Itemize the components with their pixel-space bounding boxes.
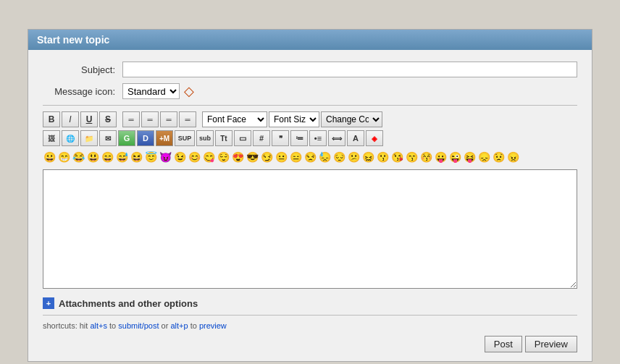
submit-link[interactable]: submit/post [118,321,159,330]
post-button[interactable]: Post [485,336,522,352]
submit-shortcut[interactable]: alt+s [90,321,107,330]
pre-button[interactable]: ⟺ [328,130,345,146]
message-icon-select[interactable]: Standard Arrow Info Question Warning Err… [122,83,180,99]
emoticon-31[interactable]: 😞 [477,151,490,164]
emoticon-33[interactable]: 😠 [506,151,519,164]
emoticon-26[interactable]: 😙 [405,151,418,164]
panel-header: Start new topic [28,30,592,50]
emoticon-4[interactable]: 😃 [86,151,99,164]
table-button[interactable]: ▭ [234,130,251,146]
move-button[interactable]: +M [156,130,173,146]
clear-format-button[interactable]: A [347,130,364,146]
teletype-button[interactable]: Tt [215,130,232,146]
attachments-expand-icon[interactable]: + [43,297,54,309]
align-left-button[interactable]: ═ [122,111,140,127]
shortcuts-text: shortcuts: hit alt+s to submit/post or a… [43,321,577,330]
preview-shortcut[interactable]: alt+p [170,321,188,330]
emoticon-28[interactable]: 😛 [434,151,447,164]
attachments-label: Attachments and other options [59,298,198,309]
insert-email-button[interactable]: ✉ [99,130,117,146]
attachments-row: + Attachments and other options [43,297,577,309]
emoticon-23[interactable]: 😖 [361,151,374,164]
emoticon-27[interactable]: 😚 [419,151,432,164]
bold-button[interactable]: B [43,111,60,127]
change-color-select[interactable]: Change Color [321,111,382,127]
emoticon-1[interactable]: 😀 [43,151,56,164]
preview-button[interactable]: Preview [525,336,577,352]
underline-button[interactable]: U [80,111,98,127]
emoticon-24[interactable]: 😗 [376,151,389,164]
emoticon-29[interactable]: 😜 [448,151,461,164]
insert-image-button[interactable]: 🖼 [43,130,60,146]
emoticon-25[interactable]: 😘 [390,151,403,164]
message-icon-row: Message icon: Standard Arrow Info Questi… [43,83,577,99]
insert-link-button[interactable]: 🌐 [62,130,79,146]
align-right-button[interactable]: ═ [160,111,177,127]
separator-1 [118,111,121,127]
shadow-button[interactable]: D [137,130,154,146]
emoticon-2[interactable]: 😁 [57,151,70,164]
font-size-select[interactable]: Font Size [269,111,319,127]
emoticon-6[interactable]: 😅 [115,151,128,164]
list-unordered-button[interactable]: •≡ [309,130,327,146]
hr-button[interactable]: # [253,130,270,146]
superscript-button[interactable]: SUP [175,130,195,146]
emoticon-21[interactable]: 😔 [332,151,345,164]
strikethrough-button[interactable]: S [99,111,117,127]
smileys-button[interactable]: ◈ [366,130,383,146]
emoticon-12[interactable]: 😋 [202,151,215,164]
font-face-select[interactable]: Font Face [202,111,267,127]
emoticon-16[interactable]: 😏 [260,151,273,164]
quote-button[interactable]: ❞ [272,130,289,146]
align-center-button[interactable]: ═ [141,111,159,127]
divider-2 [43,315,577,316]
emoticon-30[interactable]: 😝 [463,151,476,164]
toolbar-row-1: B I U S ═ ═ ═ ═ Font Face Font Size [43,111,577,127]
emoticon-11[interactable]: 😊 [188,151,201,164]
main-panel: Start new topic Subject: Message icon: S… [28,29,592,362]
panel-body: Subject: Message icon: Standard Arrow In… [28,50,592,361]
diamond-icon: ◇ [184,83,194,99]
emoticon-19[interactable]: 😒 [303,151,317,164]
subject-row: Subject: [43,62,577,77]
subscript-button[interactable]: sub [196,130,214,146]
subject-input[interactable] [122,62,577,77]
emoticon-18[interactable]: 😑 [289,151,302,164]
glow-button[interactable]: G [118,130,135,146]
separator-2 [198,111,201,127]
subject-label: Subject: [43,64,122,75]
divider-1 [43,105,577,106]
align-justify-button[interactable]: ═ [179,111,196,127]
emoticon-5[interactable]: 😄 [101,151,114,164]
preview-link[interactable]: preview [199,321,227,330]
emoticon-15[interactable]: 😎 [246,151,259,164]
message-icon-label: Message icon: [43,86,122,97]
emoticon-3[interactable]: 😂 [72,151,85,164]
message-textarea[interactable] [43,169,577,289]
panel-title: Start new topic [37,34,109,46]
emoticon-9[interactable]: 😈 [159,151,172,164]
emoticon-22[interactable]: 😕 [347,151,360,164]
emoticon-17[interactable]: 😐 [275,151,288,164]
emoticon-14[interactable]: 😍 [231,151,244,164]
list-ordered-button[interactable]: ≔ [290,130,308,146]
emoticon-13[interactable]: 😌 [217,151,230,164]
emoticon-10[interactable]: 😉 [173,151,186,164]
emoticon-32[interactable]: 😟 [492,151,505,164]
bottom-buttons: Post Preview [43,336,577,352]
emoticon-20[interactable]: 😓 [318,151,331,164]
italic-button[interactable]: I [62,111,79,127]
toolbar-area: B I U S ═ ═ ═ ═ Font Face Font Size [43,111,577,146]
emoticon-8[interactable]: 😇 [144,151,157,164]
emoticon-7[interactable]: 😆 [130,151,143,164]
emoticons-row: 😀 😁 😂 😃 😄 😅 😆 😇 😈 😉 😊 😋 😌 😍 😎 😏 😐 😑 😒 [43,151,577,164]
toolbar-row-2: 🖼 🌐 📁 ✉ G D +M SUP sub Tt ▭ # ❞ ≔ •≡ ⟺ [43,130,577,146]
insert-ftp-button[interactable]: 📁 [80,130,98,146]
